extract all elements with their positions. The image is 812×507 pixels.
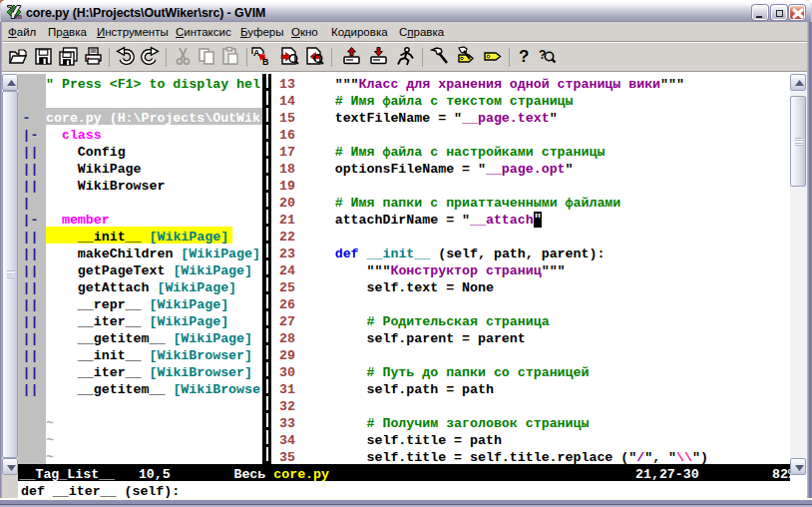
svg-text:?: ? — [519, 47, 529, 66]
svg-text:im: im — [14, 13, 22, 20]
svg-text:B: B — [262, 57, 269, 67]
